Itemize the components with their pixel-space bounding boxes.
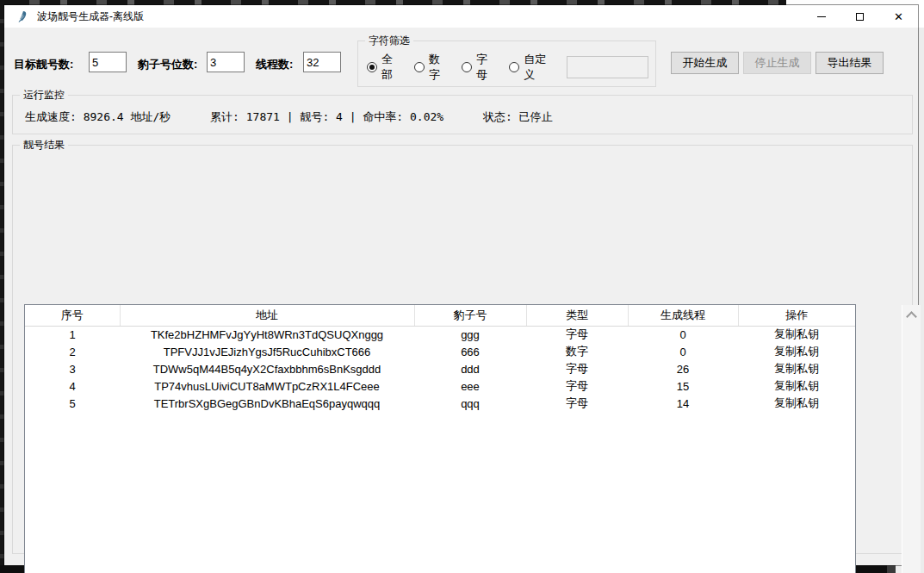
cell-type: 字母 (526, 360, 628, 377)
generate-speed-text: 生成速度: 8926.4 地址/秒 (25, 110, 171, 123)
radio-all[interactable]: 全部 (367, 52, 400, 83)
copy-private-key-button[interactable]: 复制私钥 (774, 379, 819, 392)
cell-action: 复制私钥 (738, 395, 855, 412)
maximize-icon (856, 13, 864, 21)
radio-letters[interactable]: 字母 (462, 52, 495, 83)
copy-private-key-button[interactable]: 复制私钥 (774, 345, 819, 358)
titlebar: 波场靓号生成器-离线版 ✕ (4, 5, 918, 28)
cell-thread: 0 (628, 326, 738, 343)
filter-radio-group: 全部数字字母自定义 (367, 55, 648, 79)
cell-index: 2 (25, 343, 120, 360)
cell-type: 字母 (526, 326, 628, 343)
results-groupbox: 靓号结果 序号地址豹子号类型生成线程操作 1TKfe2bHZHMFvJgYyHt… (12, 145, 913, 554)
cell-index: 3 (25, 360, 120, 377)
radio-digits[interactable]: 数字 (414, 52, 448, 83)
cell-address: TPFVJJ1vJEJizhYgsJf5RucCuhibxCT666 (120, 343, 414, 360)
app-window: 波场靓号生成器-离线版 ✕ 目标靓号数: 豹子号位数: 线程数: 字符筛选 全部… (4, 5, 918, 565)
stop-generate-button[interactable]: 停止生成 (743, 52, 811, 74)
close-icon: ✕ (894, 11, 903, 22)
table-row: 4TP74vhusLUiviCUT8aMWTpCzRX1L4FCeeeeee字母… (25, 377, 855, 395)
table-row: 3TDWw5qM44B5q4yX2Cfaxbbhm6sBnKsgdddddd字母… (25, 360, 855, 377)
monitor-groupbox: 运行监控 生成速度: 8926.4 地址/秒 累计: 17871 | 靓号: 4… (12, 95, 913, 134)
table-row: 2TPFVJJ1vJEJizhYgsJf5RucCuhibxCT666666数字… (25, 343, 855, 360)
copy-private-key-button[interactable]: 复制私钥 (774, 396, 819, 409)
export-results-button[interactable]: 导出结果 (815, 52, 884, 74)
cell-type: 字母 (526, 395, 628, 412)
results-group-label: 靓号结果 (20, 139, 68, 151)
target-count-label: 目标靓号数: (14, 57, 73, 72)
vertical-scrollbar[interactable] (902, 305, 921, 573)
column-header: 序号 (25, 305, 120, 326)
monitor-group-label: 运行监控 (20, 89, 68, 101)
copy-private-key-button[interactable]: 复制私钥 (774, 362, 819, 375)
target-count-input[interactable] (89, 52, 127, 72)
cell-type: 数字 (526, 343, 628, 360)
radio-label: 全部 (381, 52, 400, 83)
radio-custom[interactable]: 自定义 (509, 52, 553, 83)
threads-input[interactable] (303, 52, 341, 72)
cell-address: TKfe2bHZHMFvJgYyHt8WRn3TdQSUQXnggg (120, 326, 414, 343)
monitor-line: 生成速度: 8926.4 地址/秒 累计: 17871 | 靓号: 4 | 命中… (25, 109, 586, 125)
table-row: 1TKfe2bHZHMFvJgYyHt8WRn3TdQSUQXngggggg字母… (25, 326, 855, 343)
cell-index: 5 (25, 395, 120, 412)
cell-action: 复制私钥 (738, 360, 855, 377)
column-header: 操作 (738, 305, 855, 326)
column-header: 地址 (120, 305, 414, 326)
python-feather-icon (16, 10, 28, 23)
minimize-button[interactable] (802, 5, 840, 28)
repeat-digits-label: 豹子号位数: (138, 57, 197, 72)
cell-pattern: qqq (414, 395, 526, 412)
radio-circle-icon (414, 62, 425, 72)
repeat-digits-input[interactable] (207, 52, 245, 72)
cell-thread: 14 (628, 395, 738, 412)
cell-index: 1 (25, 326, 120, 343)
close-button[interactable]: ✕ (879, 5, 918, 28)
column-header: 生成线程 (628, 305, 738, 326)
cell-index: 4 (25, 377, 120, 395)
window-title: 波场靓号生成器-离线版 (37, 9, 144, 24)
cell-pattern: eee (414, 377, 526, 395)
radio-label: 自定义 (524, 52, 553, 83)
cell-type: 字母 (526, 377, 628, 395)
status-text: 状态: 已停止 (483, 110, 553, 123)
radio-label: 字母 (476, 52, 495, 83)
cell-address: TETrbrSXgBGegGBnDvKBhaEqS6payqwqqq (120, 395, 414, 412)
table-header-row: 序号地址豹子号类型生成线程操作 (25, 305, 855, 326)
table-row: 5TETrbrSXgBGegGBnDvKBhaEqS6payqwqqqqqq字母… (25, 395, 855, 412)
radio-circle-icon (462, 62, 472, 72)
cell-address: TP74vhusLUiviCUT8aMWTpCzRX1L4FCeee (120, 377, 414, 395)
stats-text: 累计: 17871 | 靓号: 4 | 命中率: 0.02% (210, 110, 443, 123)
cell-address: TDWw5qM44B5q4yX2Cfaxbbhm6sBnKsgddd (120, 360, 414, 377)
results-table: 序号地址豹子号类型生成线程操作 1TKfe2bHZHMFvJgYyHt8WRn3… (24, 304, 856, 573)
radio-circle-icon (509, 62, 519, 72)
copy-private-key-button[interactable]: 复制私钥 (774, 327, 819, 340)
filter-groupbox: 字符筛选 全部数字字母自定义 (357, 40, 656, 87)
cell-thread: 26 (628, 360, 738, 377)
custom-chars-input[interactable] (567, 56, 648, 78)
cell-action: 复制私钥 (738, 377, 855, 395)
window-controls: ✕ (802, 5, 918, 28)
cell-action: 复制私钥 (738, 326, 855, 343)
minimize-icon (817, 16, 826, 17)
column-header: 类型 (526, 305, 628, 326)
cell-thread: 15 (628, 377, 738, 395)
radio-circle-icon (367, 62, 377, 72)
maximize-button[interactable] (840, 5, 879, 28)
cell-thread: 0 (628, 343, 738, 360)
cell-pattern: ddd (414, 360, 526, 377)
filter-group-label: 字符筛选 (365, 34, 413, 47)
cell-pattern: 666 (414, 343, 526, 360)
cell-pattern: ggg (414, 326, 526, 343)
threads-label: 线程数: (256, 57, 293, 72)
start-generate-button[interactable]: 开始生成 (671, 52, 739, 74)
scroll-up-icon[interactable] (906, 311, 917, 322)
column-header: 豹子号 (414, 305, 526, 326)
cell-action: 复制私钥 (738, 343, 855, 360)
radio-label: 数字 (429, 52, 448, 83)
